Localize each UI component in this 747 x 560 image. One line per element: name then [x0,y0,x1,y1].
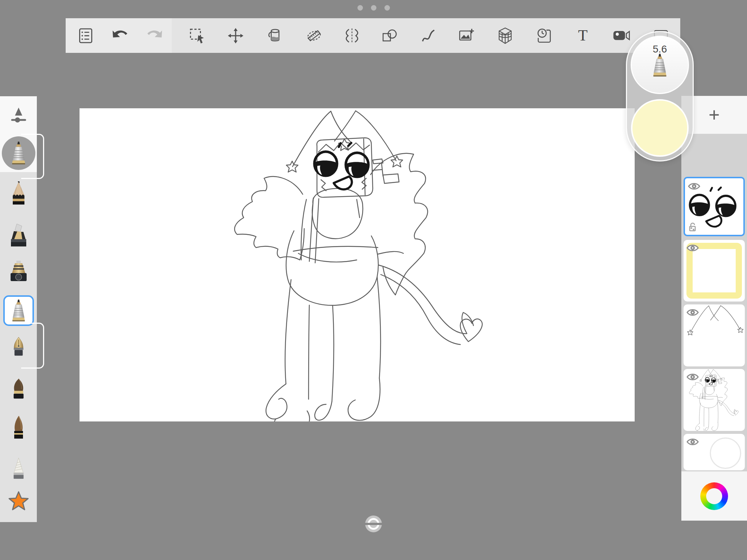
text-tool-icon[interactable]: T [573,26,592,45]
favorites-star-button[interactable] [0,489,37,513]
tool-round-brush[interactable] [0,376,37,404]
svg-text:T: T [578,27,588,44]
layer-3-visibility-icon[interactable] [686,308,699,317]
tool-watercolor-brush[interactable] [0,414,37,442]
current-color-swatch[interactable] [631,99,689,157]
ruler-icon[interactable] [305,26,324,45]
star-icon [8,491,29,511]
dot [384,5,390,11]
menu-icon[interactable] [76,26,95,45]
tool-settings-icon [9,105,28,127]
airbrush-icon [9,261,28,285]
layer-item-3-hat[interactable] [684,304,745,366]
layer-2-visibility-icon[interactable] [686,244,699,252]
dot [357,5,363,11]
record-video-icon[interactable] [612,26,631,45]
selected-tool-box [3,295,34,326]
reset-rotation-button[interactable] [365,516,382,532]
layer-item-5-circle[interactable] [684,434,745,470]
redo-icon[interactable] [145,26,164,45]
layers-panel: + [681,96,747,521]
timelapse-icon[interactable] [534,26,553,45]
drawing-canvas[interactable] [80,108,635,421]
layer-1-lock-icon[interactable] [689,222,697,232]
tool-airbrush[interactable] [0,259,37,287]
home-indicator-dots [0,5,747,11]
dot [371,5,376,11]
tool-fineliner-selected[interactable] [0,295,37,326]
tool-group-tab-1[interactable] [21,134,44,179]
layer-item-4-character[interactable] [684,369,745,431]
layer-1-visibility-icon[interactable] [688,182,700,191]
color-wheel-button[interactable] [700,482,728,510]
tool-blending-stump[interactable] [0,455,37,483]
move-icon[interactable] [226,26,245,45]
tool-group-tab-2[interactable] [21,323,44,369]
perspective-grid-icon[interactable] [496,26,515,45]
undo-icon[interactable] [111,26,130,45]
round-brush-icon [10,378,27,402]
tool-marker[interactable] [0,222,37,249]
top-toolbar: T [66,18,680,53]
blending-stump-icon [10,457,27,481]
layer-item-2-yellow[interactable] [684,240,745,302]
tool-settings-button[interactable] [0,103,37,128]
layer-5-circle-content [710,438,741,469]
pencil-icon [10,181,27,205]
layer-4-visibility-icon[interactable] [686,373,699,381]
stroke-curve-icon[interactable] [419,26,438,45]
layer-item-1-face[interactable] [684,177,745,236]
tool-preview-popover: 5.6 [626,31,694,162]
current-tool-icon [651,54,668,77]
fill-bucket-icon[interactable] [265,26,284,45]
select-icon[interactable] [187,26,206,45]
fineliner-icon [11,299,27,322]
marker-icon [9,223,28,248]
watercolor-brush-icon [10,416,27,440]
tool-pencil[interactable] [0,179,37,207]
symmetry-icon[interactable] [342,26,361,45]
brush-size-preview[interactable]: 5.6 [631,36,689,94]
color-wheel-cell [681,471,747,521]
canvas-sketch [80,108,635,421]
shapes-icon[interactable] [380,26,399,45]
rotate-ring-gap [364,523,383,525]
layer-5-visibility-icon[interactable] [686,438,699,446]
add-image-icon[interactable] [457,26,476,45]
